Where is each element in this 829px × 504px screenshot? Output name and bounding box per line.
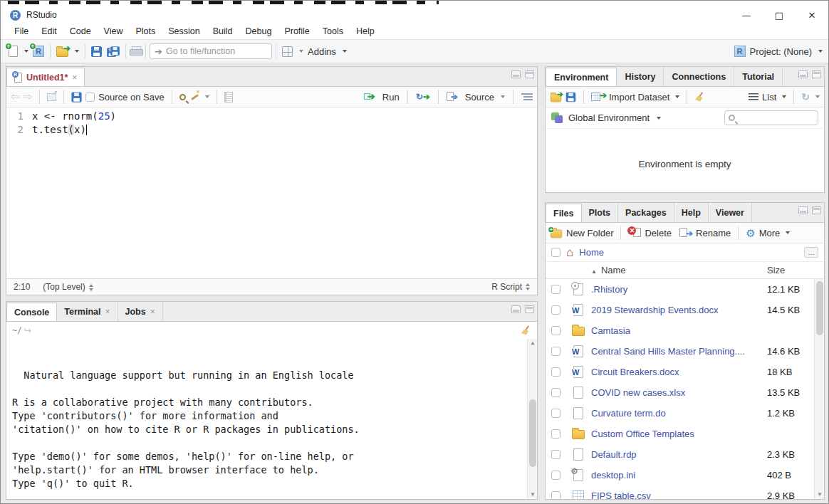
file-name-link[interactable]: FIPS table.csv: [591, 490, 767, 499]
tab-help[interactable]: Help: [674, 203, 709, 222]
load-workspace-icon[interactable]: ➔: [551, 95, 561, 103]
file-name-link[interactable]: COVID new cases.xlsx: [591, 387, 767, 398]
file-checkbox[interactable]: [551, 429, 561, 439]
close-icon[interactable]: ×: [150, 307, 155, 317]
file-row[interactable]: Camtasia: [546, 320, 824, 341]
chevron-down-icon[interactable]: [299, 50, 303, 53]
menu-help[interactable]: Help: [350, 25, 381, 38]
file-name-link[interactable]: Camtasia: [591, 325, 767, 336]
minimize-pane-icon[interactable]: [511, 70, 521, 78]
file-name-link[interactable]: .Rhistory: [591, 284, 767, 295]
menu-view[interactable]: View: [98, 25, 130, 38]
file-name-link[interactable]: Curvature term.do: [591, 408, 767, 419]
console-output[interactable]: Natural language support but running in …: [6, 339, 537, 499]
chevron-down-icon[interactable]: [205, 95, 209, 98]
forward-icon[interactable]: ⇨: [24, 90, 33, 103]
chevron-down-icon[interactable]: [786, 231, 790, 234]
maximize-pane-icon[interactable]: [812, 206, 821, 214]
file-checkbox[interactable]: [551, 450, 561, 459]
environment-scope-label[interactable]: Global Environment: [568, 112, 650, 123]
file-checkbox[interactable]: [551, 285, 561, 294]
source-label[interactable]: Source: [465, 92, 494, 103]
file-row[interactable]: Circuit Breakers.docx18 KB: [546, 362, 824, 382]
save-workspace-icon[interactable]: [566, 92, 576, 102]
maximize-pane-icon[interactable]: [525, 305, 534, 313]
minimize-pane-icon[interactable]: [511, 305, 521, 313]
chevron-down-icon[interactable]: [75, 50, 79, 53]
file-checkbox[interactable]: [551, 471, 561, 480]
close-button[interactable]: ✕: [796, 6, 828, 23]
file-row[interactable]: 2019 Stewardship Events.docx14.5 KB: [546, 300, 824, 320]
clear-environment-icon[interactable]: [694, 92, 705, 103]
tab-plots[interactable]: Plots: [582, 203, 619, 222]
tab-history[interactable]: History: [617, 67, 664, 86]
file-name-link[interactable]: Default.rdp: [591, 449, 767, 460]
file-checkbox[interactable]: [551, 367, 561, 377]
menu-code[interactable]: Code: [63, 25, 98, 38]
project-menu-button[interactable]: R Project: (None): [734, 46, 823, 57]
rename-label[interactable]: Rename: [696, 228, 731, 238]
new-folder-label[interactable]: New Folder: [566, 228, 613, 238]
chevron-down-icon[interactable]: [24, 50, 28, 53]
menu-profile[interactable]: Profile: [278, 25, 316, 38]
file-name-link[interactable]: Circuit Breakers.docx: [591, 367, 767, 377]
file-name-link[interactable]: desktop.ini: [591, 470, 767, 481]
file-checkbox[interactable]: [551, 409, 561, 418]
tab-packages[interactable]: Packages: [618, 203, 674, 222]
minimize-pane-icon[interactable]: [798, 206, 808, 214]
document-outline-icon[interactable]: [521, 93, 533, 101]
tab-environment[interactable]: Environment: [546, 68, 617, 87]
tab-viewer[interactable]: Viewer: [709, 203, 752, 222]
back-icon[interactable]: ⇦: [11, 90, 20, 103]
list-view-label[interactable]: List: [762, 92, 776, 103]
delete-label[interactable]: Delete: [645, 228, 672, 238]
rerun-icon[interactable]: ↻➔: [416, 92, 430, 102]
scope-selector[interactable]: (Top Level): [43, 282, 93, 292]
open-in-window-icon[interactable]: [47, 93, 56, 101]
maximize-pane-icon[interactable]: [812, 70, 821, 78]
code-editor[interactable]: 1x <- rnorm(25)2t.test(x): [6, 107, 537, 278]
addins-button[interactable]: Addins: [306, 46, 349, 57]
open-file-button[interactable]: ➔: [54, 46, 81, 57]
maximize-pane-icon[interactable]: [525, 70, 534, 78]
source-on-save-checkbox[interactable]: [85, 93, 95, 102]
menu-tools[interactable]: Tools: [316, 25, 350, 38]
menu-session[interactable]: Session: [162, 25, 206, 38]
file-checkbox[interactable]: [551, 491, 561, 499]
code-line[interactable]: 1x <- rnorm(25): [6, 110, 537, 123]
file-name-link[interactable]: Custom Office Templates: [591, 429, 767, 439]
scroll-thumb[interactable]: [529, 399, 536, 467]
file-row[interactable]: COVID new cases.xlsx13.5 KB: [546, 382, 824, 403]
file-checkbox[interactable]: [551, 347, 561, 356]
menu-file[interactable]: File: [8, 25, 35, 38]
find-replace-icon[interactable]: [179, 94, 186, 100]
minimize-button[interactable]: —: [730, 6, 763, 23]
menu-plots[interactable]: Plots: [129, 25, 162, 38]
chevron-down-icon[interactable]: [782, 95, 786, 98]
goto-file-function-input[interactable]: ➔ Go to file/function: [150, 43, 272, 59]
tab-terminal[interactable]: Terminal×: [57, 302, 118, 321]
tab-jobs[interactable]: Jobs×: [118, 302, 163, 321]
scroll-down-icon[interactable]: ▼: [528, 490, 537, 499]
run-label[interactable]: Run: [382, 92, 400, 103]
file-row[interactable]: desktop.ini402 B: [546, 465, 824, 485]
chevron-down-icon[interactable]: [815, 95, 820, 98]
save-all-icon[interactable]: [106, 46, 120, 57]
file-checkbox[interactable]: [551, 388, 561, 397]
save-icon[interactable]: [72, 92, 82, 102]
tab-files[interactable]: Files: [546, 204, 582, 223]
file-row[interactable]: Central Sand Hills Master Planning....14…: [546, 341, 824, 362]
column-size-header[interactable]: Size: [767, 265, 814, 275]
column-name-header[interactable]: ▲Name: [591, 265, 767, 275]
tab-untitled1[interactable]: R Untitled1* ×: [6, 68, 85, 87]
goto-directory-icon[interactable]: ↪: [24, 325, 31, 335]
rename-icon[interactable]: ➔: [679, 228, 692, 238]
file-name-link[interactable]: Central Sand Hills Master Planning....: [591, 346, 767, 357]
refresh-icon[interactable]: ↻: [801, 91, 810, 103]
code-line[interactable]: 2t.test(x): [6, 123, 537, 137]
file-row[interactable]: FIPS table.csv2.9 KB: [546, 485, 824, 499]
clear-console-icon[interactable]: [521, 325, 531, 336]
panes-layout-button[interactable]: [280, 46, 306, 57]
menu-build[interactable]: Build: [207, 25, 239, 38]
chevron-down-icon[interactable]: [675, 95, 679, 98]
